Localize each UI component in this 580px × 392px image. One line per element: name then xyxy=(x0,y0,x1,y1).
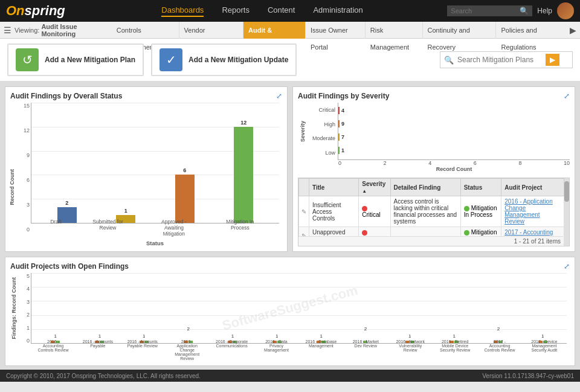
search-mitig-icon: 🔍 xyxy=(444,56,454,65)
bottom-y-axis-title: Findings: Record Count xyxy=(11,277,17,339)
y-critical: Critical xyxy=(318,107,335,113)
row1-severity: Critical xyxy=(359,196,390,227)
avatar[interactable] xyxy=(557,2,574,19)
sec-link-policies[interactable]: Policies and Regulations xyxy=(496,22,570,39)
sec-navbar: ☰ Viewing: Audit Issue Monitoring Contro… xyxy=(0,22,580,39)
y-label-12: 12 xyxy=(24,127,30,133)
right-x-axis-title: Record Count xyxy=(298,166,570,172)
bottom-chart-title: Audit Projects with Open Findings xyxy=(10,262,129,271)
right-y-axis-title: Severity xyxy=(300,121,306,142)
footer-version: Version 11.0.17138.947-cy-web01 xyxy=(482,373,574,379)
bottom-chart-area: SoftwareSuggest.com Findings: Record Cou… xyxy=(10,273,570,361)
y-label-6: 6 xyxy=(27,177,30,183)
col-finding[interactable]: Detailed Finding xyxy=(390,179,460,196)
col-severity[interactable]: Severity ▲ xyxy=(359,179,390,196)
x-label-mitigation: Mitigation In Process xyxy=(221,219,260,237)
viewing-label: Viewing: xyxy=(14,27,39,34)
bottom-bar-group-3: 1 xyxy=(122,273,166,343)
add-plan-icon: ↺ xyxy=(16,48,39,71)
sec-link-audit[interactable]: Audit & Assurance xyxy=(243,22,306,39)
bottom-bar-group-1: 1 xyxy=(33,273,77,343)
horiz-bar-moderate xyxy=(338,133,340,141)
row1-finding: Access control is lacking within critica… xyxy=(390,196,460,227)
x-label-draft: Draft xyxy=(50,219,61,237)
search-mitigation-input[interactable] xyxy=(457,56,542,64)
bottom-bar-group-5: 1 xyxy=(210,273,254,343)
horiz-bar-high xyxy=(338,120,340,127)
sec-link-continuity[interactable]: Continuity and Recovery xyxy=(423,22,497,39)
sec-link-vendor[interactable]: Vendor Management xyxy=(179,22,243,39)
y-label-15: 15 xyxy=(24,103,30,109)
add-update-label: Add a New Mitigation Update xyxy=(188,56,288,64)
table-scrollbar[interactable] xyxy=(564,178,569,246)
col-project[interactable]: Audit Project xyxy=(501,179,564,196)
findings-table: Title Severity ▲ Detailed Finding Status… xyxy=(298,178,570,246)
row1-title: Insufficient Access Controls xyxy=(309,196,359,227)
sec-link-controls[interactable]: Controls Management xyxy=(112,22,179,39)
sec-link-issue[interactable]: Issue Owner Portal xyxy=(306,22,366,39)
x-label-approved: Approved - Awaiting Mitigation xyxy=(154,219,193,237)
search-mitigation-container: 🔍 ▶ xyxy=(440,51,573,68)
sec-nav-arrow-icon[interactable]: ▶ xyxy=(570,25,576,35)
left-chart-title: Audit Findings by Overall Status xyxy=(10,92,122,100)
left-chart-panel: Audit Findings by Overall Status ⤢ Recor… xyxy=(5,86,288,252)
col-title[interactable]: Title xyxy=(309,179,359,196)
top-nav-links: Dashboards Reports Content Administratio… xyxy=(77,5,448,17)
right-chart-panel: Audit Findings by Severity ⤢ Severity Cr… xyxy=(292,86,575,252)
left-y-axis-title: Record Count xyxy=(9,169,15,205)
logo[interactable]: Onspring xyxy=(6,3,65,19)
nav-dashboards[interactable]: Dashboards xyxy=(161,5,204,17)
y-label-0: 0 xyxy=(27,227,30,233)
horiz-bar-low xyxy=(338,147,340,154)
left-chart-content: 2 1 6 12 xyxy=(31,103,279,223)
help-link[interactable]: Help xyxy=(537,7,552,15)
col-status[interactable]: Status xyxy=(460,179,501,196)
bottom-bar-group-4: 2 xyxy=(166,273,210,343)
add-update-icon: ✓ xyxy=(160,48,182,71)
severity-chart: Severity Critical High Moderate Low 4 xyxy=(298,103,570,175)
footer: Copyright © 2010, 2017 Onspring Technolo… xyxy=(0,370,580,382)
y-label-3: 3 xyxy=(27,202,30,208)
left-x-axis-title: Status xyxy=(31,240,279,246)
add-mitigation-plan-button[interactable]: ↺ Add a New Mitigation Plan xyxy=(7,43,144,76)
bar-approved: 6 xyxy=(175,103,195,223)
bar-submitted: 1 xyxy=(116,103,135,223)
left-chart-expand-icon[interactable]: ⤢ xyxy=(276,92,282,100)
bottom-bar-group-9: 1 xyxy=(388,273,432,343)
bar-draft: 2 xyxy=(57,103,77,223)
y-moderate: Moderate xyxy=(312,135,335,141)
bottom-bar-group-8: 2 xyxy=(343,273,387,343)
bottom-bar-group-6: 1 xyxy=(255,273,299,343)
table-row: ✎ Insufficient Access Controls Critical … xyxy=(299,196,564,227)
search-mitigation-button[interactable]: ▶ xyxy=(546,54,559,66)
bottom-bar-group-11: 2 xyxy=(476,273,520,343)
y-high: High xyxy=(324,121,335,127)
search-icon: 🔍 xyxy=(520,7,529,15)
search-container: 🔍 xyxy=(447,5,532,16)
horiz-bar-critical xyxy=(338,107,340,114)
hamburger-icon[interactable]: ☰ xyxy=(4,25,11,35)
main-charts-row: Audit Findings by Overall Status ⤢ Recor… xyxy=(0,82,580,257)
sec-link-risk[interactable]: Risk Management xyxy=(366,22,423,39)
left-y-labels: 15 12 9 6 3 0 xyxy=(18,103,30,233)
footer-copyright: Copyright © 2010, 2017 Onspring Technolo… xyxy=(6,373,201,379)
add-plan-label: Add a New Mitigation Plan xyxy=(45,56,135,64)
bottom-bar-group-7: 1 xyxy=(299,273,343,343)
add-mitigation-update-button[interactable]: ✓ Add a New Mitigation Update xyxy=(151,43,297,76)
table-pagination: 1 - 21 of 21 items xyxy=(298,236,563,246)
nav-content[interactable]: Content xyxy=(268,5,295,17)
viewing-name: Audit Issue Monitoring xyxy=(41,23,104,37)
y-low: Low xyxy=(325,150,335,156)
nav-administration[interactable]: Administration xyxy=(313,5,362,17)
left-chart-area: Record Count 15 12 9 6 3 0 xyxy=(10,103,282,248)
bar-mitigation: 12 xyxy=(234,103,253,223)
bottom-panel: Audit Projects with Open Findings ⤢ Soft… xyxy=(5,257,575,366)
col-edit xyxy=(299,179,309,196)
right-chart-title: Audit Findings by Severity xyxy=(298,92,570,100)
right-chart-expand-icon[interactable]: ⤢ xyxy=(564,92,570,100)
edit-icon-1[interactable]: ✎ xyxy=(301,208,306,215)
row1-project[interactable]: 2016 - Application Change Management Rev… xyxy=(501,196,564,227)
top-search-input[interactable] xyxy=(451,7,517,14)
nav-reports[interactable]: Reports xyxy=(222,5,250,17)
bottom-chart-expand-icon[interactable]: ⤢ xyxy=(564,262,570,271)
